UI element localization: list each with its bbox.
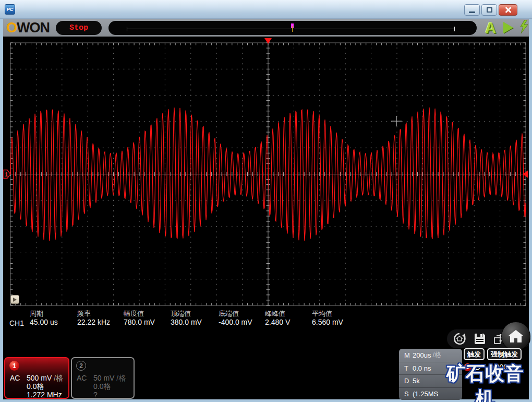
trigger-source-badge: 1 [464,363,471,371]
toolbar: OWON Stop A [3,19,529,37]
titlebar[interactable]: PC [0,0,532,19]
maximize-button[interactable] [481,4,497,16]
expand-button[interactable] [10,295,19,304]
home-icon [508,329,524,344]
measurements-bar: CH1 周期45.00 us 频率22.22 kHz 幅度值780.0 mV 顶… [3,308,529,330]
home-button[interactable] [501,322,530,351]
trigger-panel: 触发 强制触发 1 0.000 mV [464,348,530,371]
svg-text:1: 1 [5,172,8,178]
owon-pc-window: PC OWON Stop A 1 CH1 周期45.00 us 频率22. [0,0,532,402]
trigger-button[interactable]: 触发 [464,348,485,360]
lightning-icon[interactable] [519,20,529,36]
measurement-base: 底端值-400.0 mV [219,309,252,326]
close-button[interactable] [499,4,517,16]
auto-home-button[interactable] [452,332,467,346]
waveform-display[interactable]: 1 [3,37,529,329]
window-controls [464,4,517,16]
measurement-top: 顶端值380.0 mV [171,309,202,326]
run-button[interactable] [503,22,513,33]
minimize-button[interactable] [464,4,480,16]
channel1-panel[interactable]: 1 AC 500 mV /格 0.0格 1.272 MHz [4,357,69,399]
channel2-badge: 2 [76,361,86,371]
slider-track [127,29,455,29]
crosshair-cursor [391,116,402,126]
measurement-frequency: 频率22.22 kHz [77,309,110,326]
channel1-frequency: 1.272 MHz [27,391,62,399]
stop-button[interactable]: Stop [56,21,102,35]
timebase-row-m[interactable]: M200us/格 [399,349,462,362]
timebase-row-s[interactable]: S(1.25MS [399,387,462,400]
force-trigger-button[interactable]: 强制触发 [487,348,522,360]
slider-marker-tail [292,26,293,32]
app-icon[interactable]: PC [5,4,15,15]
channel1-coupling: AC [10,374,20,382]
owon-logo: OWON [6,20,50,36]
slider-right-tick [454,27,455,31]
minimize-icon [469,11,475,13]
trigger-level-value: 0.000 mV [489,363,521,371]
close-icon [504,6,512,14]
autoset-button[interactable]: A [485,20,496,36]
measurement-channel-label: CH1 [9,319,24,327]
maximize-icon [487,7,492,13]
measurement-pkpk: 峰峰值2.480 V [265,309,290,326]
save-icon[interactable] [473,332,487,346]
channel2-panel[interactable]: 2 AC 50 mV /格 0.0格 ? [71,357,135,399]
timebase-panel[interactable]: M200us/格 T0.0 ns D5k S(1.25MS [399,349,462,400]
channel2-coupling: AC [77,374,87,382]
measurement-amplitude: 幅度值780.0 mV [124,309,155,326]
measurement-mean: 平均值6.560 mV [312,309,343,326]
slider-left-tick [127,27,127,31]
timebase-row-d[interactable]: D5k [399,374,462,387]
measurement-period: 周期45.00 us [30,309,58,326]
timebase-row-t[interactable]: T0.0 ns [399,362,462,375]
expand-arrow-icon [13,298,17,302]
channel1-badge: 1 [9,361,19,371]
rising-edge-icon [475,363,486,371]
channel2-frequency: ? [93,391,98,399]
horizontal-position-slider[interactable] [108,21,477,35]
